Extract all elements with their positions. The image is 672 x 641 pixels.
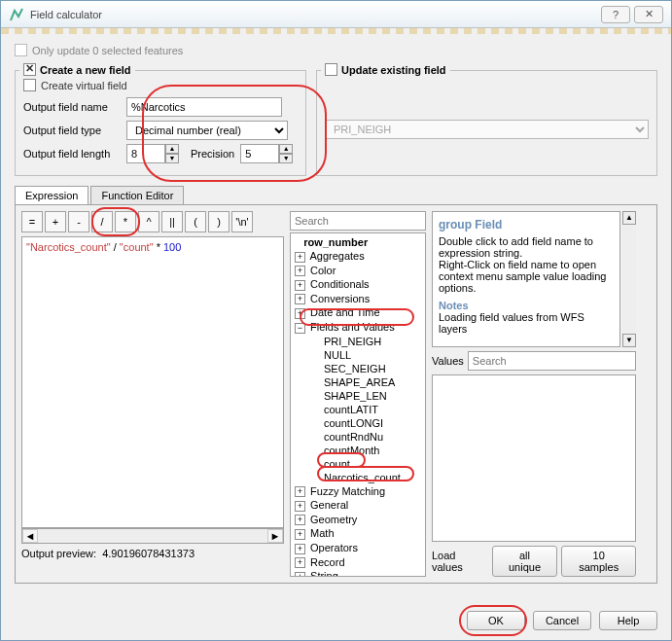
tree-node[interactable]: + String <box>293 569 423 577</box>
close-window-button[interactable]: ✕ <box>634 6 663 23</box>
tree-node[interactable]: − Fields and Values <box>293 320 423 335</box>
tree-node[interactable]: row_number <box>293 235 423 249</box>
precision-input[interactable] <box>240 144 279 163</box>
tree-node[interactable]: + Date and Time <box>293 305 423 320</box>
help-text: Right-Click on field name to open contex… <box>439 259 614 294</box>
expression-tab-body: =+-/*^||()'\n' "Narcotics_count" / "coun… <box>15 204 657 584</box>
operator-button[interactable]: + <box>45 211 66 232</box>
checkbox-icon <box>23 79 36 91</box>
down-icon[interactable]: ▼ <box>165 154 179 163</box>
length-input[interactable] <box>126 144 165 163</box>
ten-samples-button[interactable]: 10 samples <box>561 546 636 577</box>
operator-button[interactable]: / <box>91 211 113 232</box>
down-icon[interactable]: ▼ <box>279 154 293 163</box>
tree-field[interactable]: PRI_NEIGH <box>293 335 423 348</box>
app-icon <box>9 7 24 22</box>
update-field-group: Update existing field PRI_NEIGH <box>316 70 657 176</box>
only-update-checkbox: Only update 0 selected features <box>15 44 183 56</box>
tree-node[interactable]: + Conversions <box>293 292 423 306</box>
values-label: Values <box>432 355 464 367</box>
up-icon[interactable]: ▲ <box>279 144 293 154</box>
tree-field[interactable]: SHAPE_LEN <box>293 389 423 403</box>
tree-field[interactable]: SHAPE_AREA <box>293 375 423 389</box>
preview-value: 4.90196078431373 <box>102 548 195 559</box>
function-tree[interactable]: row_number+ Aggregates+ Color+ Condition… <box>290 232 426 577</box>
values-search-input[interactable] <box>468 351 636 371</box>
tree-node[interactable]: + Fuzzy Matching <box>293 484 423 499</box>
virtual-field-checkbox[interactable]: Create virtual field <box>23 79 127 91</box>
operator-button[interactable]: = <box>21 211 43 232</box>
down-icon[interactable]: ▼ <box>622 334 636 347</box>
help-window-button[interactable]: ? <box>601 6 630 23</box>
tree-node[interactable]: + Operators <box>293 541 423 555</box>
left-arrow-icon[interactable]: ◄ <box>22 529 38 543</box>
operator-button[interactable]: - <box>68 211 89 232</box>
operator-button[interactable]: ) <box>208 211 230 232</box>
output-name-input[interactable] <box>126 97 282 117</box>
operator-button[interactable]: * <box>115 211 136 232</box>
expr-token: / <box>111 241 120 253</box>
only-update-label: Only update 0 selected features <box>32 45 183 56</box>
tree-node[interactable]: + Aggregates <box>293 249 423 264</box>
output-preview: Output preview: 4.90196078431373 <box>21 548 284 559</box>
window-title: Field calculator <box>30 9 597 20</box>
tree-node[interactable]: + Record <box>293 555 423 570</box>
ok-button[interactable]: OK <box>467 611 525 630</box>
update-field-checkbox[interactable] <box>325 63 337 76</box>
help-text: Loading field values from WFS layers <box>439 311 614 335</box>
tree-field[interactable]: countMonth <box>293 444 423 457</box>
create-field-legend: Create a new field <box>40 64 131 76</box>
tree-node[interactable]: + Conditionals <box>293 277 423 292</box>
tree-node[interactable]: + Geometry <box>293 513 423 527</box>
tree-field[interactable]: Narcotics_count <box>293 471 423 484</box>
expr-token: * <box>154 241 163 253</box>
precision-spinner[interactable]: ▲▼ <box>240 144 293 163</box>
output-type-select[interactable]: Decimal number (real) <box>126 121 288 140</box>
tree-field[interactable]: countLATIT <box>293 403 423 416</box>
function-search-input[interactable] <box>290 211 426 231</box>
load-values-label: Load values <box>432 550 488 573</box>
help-subtitle: Notes <box>439 300 614 311</box>
output-length-label: Output field length <box>23 148 121 160</box>
up-icon[interactable]: ▲ <box>622 211 636 225</box>
create-field-checkbox[interactable] <box>23 63 36 76</box>
precision-label: Precision <box>191 148 234 160</box>
tree-node[interactable]: + Color <box>293 264 423 278</box>
editor-scrollbar[interactable]: ◄ ► <box>21 528 284 544</box>
help-button[interactable]: Help <box>599 611 657 630</box>
up-icon[interactable]: ▲ <box>165 144 179 154</box>
help-panel: group Field Double click to add field na… <box>432 211 620 347</box>
right-arrow-icon[interactable]: ► <box>267 529 283 543</box>
operator-button[interactable]: '\n' <box>231 211 253 232</box>
virtual-field-label: Create virtual field <box>41 80 127 91</box>
output-name-label: Output field name <box>23 101 121 113</box>
help-text: Double click to add field name to expres… <box>439 235 614 259</box>
expr-token: 100 <box>163 241 181 253</box>
values-list[interactable] <box>432 374 636 542</box>
output-length-spinner[interactable]: ▲▼ <box>126 144 179 163</box>
help-scroll[interactable]: ▲▼ <box>622 211 636 347</box>
output-type-label: Output field type <box>23 125 121 136</box>
tree-field[interactable]: NULL <box>293 348 423 362</box>
tab-function-editor[interactable]: Function Editor <box>90 186 184 204</box>
operator-button[interactable]: || <box>161 211 183 232</box>
expr-token: "Narcotics_count" <box>26 241 111 253</box>
tree-field[interactable]: count <box>293 457 423 471</box>
cancel-button[interactable]: Cancel <box>533 611 591 630</box>
operator-button[interactable]: ( <box>185 211 206 232</box>
tree-node[interactable]: + General <box>293 498 423 513</box>
tree-node[interactable]: + Math <box>293 526 423 541</box>
operator-button[interactable]: ^ <box>138 211 159 232</box>
titlebar: Field calculator ? ✕ <box>1 1 671 28</box>
tree-field[interactable]: countLONGI <box>293 416 423 430</box>
all-unique-button[interactable]: all unique <box>492 546 558 577</box>
tree-field[interactable]: SEC_NEIGH <box>293 362 423 375</box>
update-field-select[interactable]: PRI_NEIGH <box>325 120 649 139</box>
create-field-group: Create a new field Create virtual field … <box>15 70 306 176</box>
expression-editor[interactable]: "Narcotics_count" / "count" * 100 <box>21 236 284 528</box>
update-field-legend: Update existing field <box>341 64 446 76</box>
expr-token: "count" <box>120 241 154 253</box>
tab-expression[interactable]: Expression <box>15 186 88 204</box>
checkbox-icon <box>15 44 27 56</box>
tree-field[interactable]: countRndNu <box>293 430 423 444</box>
